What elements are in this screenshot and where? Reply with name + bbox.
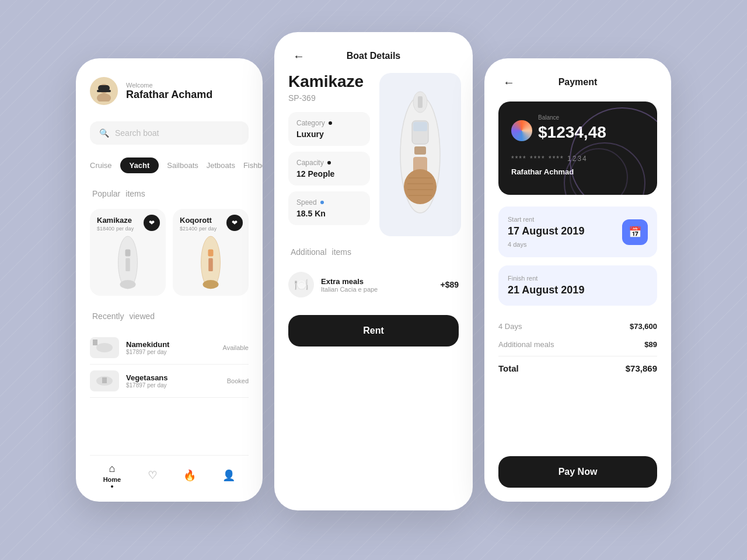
start-rent-days: 4 days [508,241,584,248]
recent-item-vegetasans[interactable]: Vegetasans $17897 per day Booked [90,365,249,398]
finish-rent-date: 21 August 2019 [508,284,648,296]
recent-info: Vegetasans $17897 per day [126,373,220,388]
favorite-button[interactable]: ❤ [226,215,243,231]
svg-rect-5 [125,250,131,257]
start-rent-row: Start rent 17 August 2019 4 days 📅 [508,216,648,248]
detail-left: Kamikaze SP-369 Category Luxury Capacity… [288,73,370,236]
spec-category: Category Luxury [288,112,370,146]
spec-capacity: Capacity 12 People [288,152,370,186]
screen-home: Welcome Rafathar Achamd 🔍 Search boat Cr… [76,58,263,502]
recent-thumbnail [90,370,119,391]
svg-rect-6 [125,258,130,272]
screen-payment: ← Payment Balance $1234,48 **** **** ***… [484,58,671,502]
boat-name: Kamikaze [288,73,370,91]
favorite-button[interactable]: ❤ [144,215,160,231]
svg-point-7 [120,280,136,289]
svg-point-1 [97,93,111,102]
svg-rect-27 [418,96,423,108]
nav-profile[interactable]: 👤 [222,469,235,482]
recently-title: Recently viewed [90,310,249,322]
pay-button[interactable]: Pay Now [498,456,657,488]
svg-rect-13 [93,340,97,345]
additional-item-meals: 🍽️ Extra meals Italian Cacia e pape +$89 [288,266,459,303]
payment-back-button[interactable]: ← [498,72,519,93]
spec-label-category: Category [296,119,362,127]
recent-name: Vegetasans [126,373,220,382]
svg-point-12 [96,343,113,352]
tab-yacht[interactable]: Yacht [120,158,159,173]
total-label: Total [498,363,519,373]
search-bar[interactable]: 🔍 Search boat [90,121,249,145]
svg-rect-10 [208,258,213,272]
avatar [90,77,118,105]
svg-rect-3 [97,90,111,92]
additional-desc: Italian Cacia e pape [321,286,433,293]
price-divider [498,356,657,356]
recent-item-namekidunt[interactable]: Namekidunt $17897 per day Available [90,331,249,365]
fire-icon: 🔥 [183,469,196,482]
credit-card: Balance $1234,48 **** **** **** 1234 Raf… [498,102,657,195]
recently-section: Recently viewed Namekidunt $17897 per da… [90,310,249,398]
days-amount: $73,600 [630,322,657,331]
nav-home[interactable]: ⌂ Home [103,463,121,488]
popular-card-koqorott[interactable]: Koqorott $21400 per day ❤ [173,209,249,296]
recent-status: Available [223,344,249,351]
recent-name: Namekidunt [126,340,216,349]
days-label: 4 Days [498,322,522,331]
boat-detail-image [379,73,461,236]
meals-icon: 🍽️ [288,272,314,298]
finish-rent-label: Finish rent [508,275,648,282]
spec-label-capacity: Capacity [296,159,362,167]
popular-grid: Kamikaze $18400 per day ❤ Koqorott [90,209,249,296]
back-button[interactable]: ← [288,46,309,66]
boat-model: SP-369 [288,93,370,103]
detail-header: ← Boat Details [274,51,473,73]
tab-fishbo[interactable]: Fishbo... [243,161,263,170]
start-rent-section: Start rent 17 August 2019 4 days 📅 [498,206,657,257]
spec-dot [327,161,331,164]
boat-image [180,236,242,289]
search-icon: 🔍 [99,128,109,138]
rent-button[interactable]: Rent [288,315,459,346]
recent-status: Booked [227,377,249,384]
start-rent-date: 17 August 2019 [508,225,584,237]
svg-rect-19 [414,146,426,155]
start-rent-label: Start rent [508,216,584,223]
recent-price: $17897 per day [126,382,220,388]
price-row-days: 4 Days $73,600 [498,317,657,335]
spec-label-speed: Speed [296,198,362,206]
nav-active-dot [111,485,113,488]
detail-right [379,73,461,236]
bottom-nav: ⌂ Home ♡ 🔥 👤 [90,455,249,488]
additional-price: +$89 [440,280,459,289]
tab-cruise[interactable]: Cruise [90,161,112,170]
search-placeholder: Search boat [115,128,159,138]
category-tabs: Cruise Yacht Sailboats Jetboats Fishbo..… [90,158,249,173]
svg-point-11 [203,280,219,289]
spec-dot [329,121,332,125]
meals-label: Additional meals [498,340,554,349]
person-icon: 👤 [222,469,235,482]
total-amount: $73,869 [626,363,657,373]
popular-title: Popular items [90,187,249,200]
svg-point-21 [404,169,437,204]
nav-trending[interactable]: 🔥 [183,469,196,482]
spec-speed: Speed 18.5 Kn [288,191,370,225]
spec-dot-blue [320,201,324,204]
nav-favorites[interactable]: ♡ [148,469,157,482]
nav-home-label: Home [103,476,121,483]
heart-icon: ♡ [148,469,157,482]
calendar-button[interactable]: 📅 [622,219,648,245]
recent-info: Namekidunt $17897 per day [126,340,216,355]
popular-card-kamikaze[interactable]: Kamikaze $18400 per day ❤ [90,209,166,296]
welcome-label: Welcome [126,82,212,89]
additional-name: Extra meals [321,277,433,286]
detail-content: Kamikaze SP-369 Category Luxury Capacity… [274,73,473,236]
start-rent-info: Start rent 17 August 2019 4 days [508,216,584,248]
detail-title: Boat Details [347,51,400,61]
payment-header: ← Payment [498,77,657,88]
svg-rect-9 [208,250,214,257]
tab-jetboats[interactable]: Jetboats [207,161,235,170]
tab-sailboats[interactable]: Sailboats [167,161,198,170]
recent-price: $17897 per day [126,349,216,355]
